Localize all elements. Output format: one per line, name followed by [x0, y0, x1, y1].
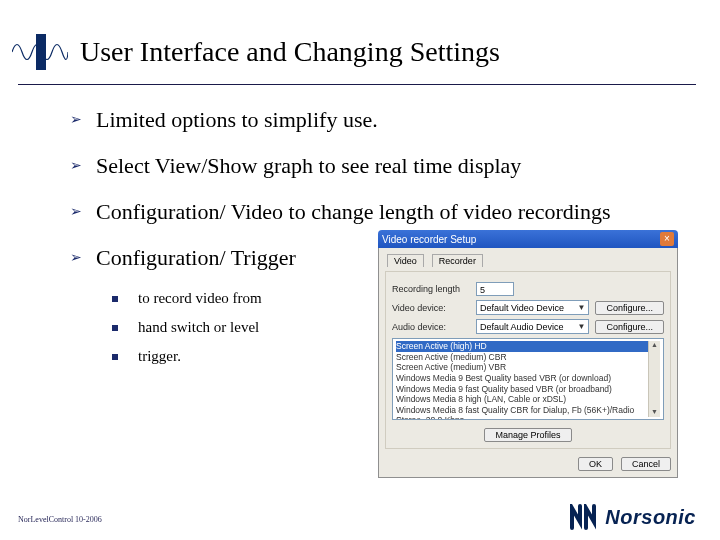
list-item[interactable]: Screen Active (high) HD: [396, 341, 648, 352]
tab-video[interactable]: Video: [387, 254, 424, 267]
title-wave-icon: [0, 32, 80, 72]
bullet-4-text: Configuration/ Trigger: [96, 244, 296, 272]
video-device-label: Video device:: [392, 303, 470, 313]
subbullet-1-text: to record video from: [138, 290, 262, 307]
title-underline: [18, 84, 696, 85]
list-item[interactable]: Screen Active (medium) VBR: [396, 362, 648, 373]
chevron-down-icon: ▼: [578, 322, 586, 331]
slide-title: User Interface and Changing Settings: [80, 36, 500, 68]
video-device-value: Default Video Device: [480, 303, 564, 313]
subbullet-3-text: trigger.: [138, 348, 181, 365]
video-device-select[interactable]: Default Video Device ▼: [476, 300, 589, 315]
list-item[interactable]: Windows Media 9 fast Quality based VBR (…: [396, 384, 648, 395]
bullet-1: ➢Limited options to simplify use.: [70, 106, 690, 134]
profile-listbox[interactable]: Screen Active (high) HD Screen Active (m…: [392, 338, 664, 420]
list-item[interactable]: Windows Media 8 high (LAN, Cable or xDSL…: [396, 394, 648, 405]
norsonic-logo: Norsonic: [569, 504, 696, 530]
list-item[interactable]: Screen Active (medium) CBR: [396, 352, 648, 363]
bullet-3: ➢Configuration/ Video to change length o…: [70, 198, 690, 226]
tab-recorder[interactable]: Recorder: [432, 254, 483, 267]
footer-text: NorLevelControl 10-2006: [18, 515, 102, 524]
dialog-title: Video recorder Setup: [382, 234, 476, 245]
configure-audio-button[interactable]: Configure...: [595, 320, 664, 334]
audio-device-label: Audio device:: [392, 322, 470, 332]
audio-device-value: Default Audio Device: [480, 322, 564, 332]
list-item[interactable]: Windows Media 8 fast Quality CBR for Dia…: [396, 405, 648, 420]
video-recorder-setup-dialog: Video recorder Setup × Video Recorder Re…: [378, 230, 678, 478]
bullet-1-text: Limited options to simplify use.: [96, 106, 378, 134]
svg-rect-0: [36, 34, 46, 70]
recording-length-input[interactable]: 5: [476, 282, 514, 296]
subbullet-2-text: hand switch or level: [138, 319, 259, 336]
list-item[interactable]: Windows Media 9 Best Quality based VBR (…: [396, 373, 648, 384]
configure-video-button[interactable]: Configure...: [595, 301, 664, 315]
cancel-button[interactable]: Cancel: [621, 457, 671, 471]
audio-device-select[interactable]: Default Audio Device ▼: [476, 319, 589, 334]
bullet-2-text: Select View/Show graph to see real time …: [96, 152, 521, 180]
ok-button[interactable]: OK: [578, 457, 613, 471]
close-icon[interactable]: ×: [660, 232, 674, 246]
bullet-3-text: Configuration/ Video to change length of…: [96, 198, 611, 226]
chevron-down-icon: ▼: [578, 303, 586, 312]
brand-name: Norsonic: [605, 506, 696, 529]
manage-profiles-button[interactable]: Manage Profiles: [484, 428, 571, 442]
recording-length-label: Recording length: [392, 284, 470, 294]
bullet-2: ➢Select View/Show graph to see real time…: [70, 152, 690, 180]
scrollbar[interactable]: ▲▼: [648, 341, 660, 417]
